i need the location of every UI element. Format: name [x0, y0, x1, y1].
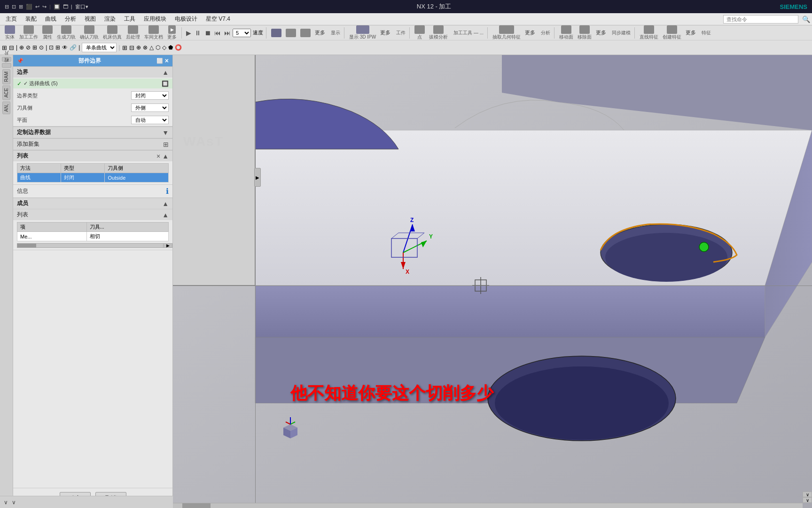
toolside-select[interactable]: 外侧内侧	[131, 103, 169, 112]
filter-icon-13[interactable]: ⊕	[136, 44, 141, 51]
tb-btn-simulpost[interactable]: 机床仿真	[101, 24, 124, 41]
filter-icon-19[interactable]: ⭕	[175, 44, 182, 51]
filter-icon-2[interactable]: ⊟	[9, 44, 14, 51]
menu-electrode[interactable]: 电极设计	[171, 14, 201, 24]
menu-starfield[interactable]: 星空 V7.4	[202, 14, 234, 24]
tb-btn-linefeat[interactable]: 直线特征	[638, 24, 660, 41]
viewport-area[interactable]: Z Y X WAsT 他不知道你要这个切削多少	[173, 55, 812, 508]
list-table-container: 方法 类型 刀具侧 曲线 封闭 Outside	[13, 161, 172, 184]
member-table-row-1[interactable]: Me... 相切	[17, 232, 169, 241]
anim-forward[interactable]: ⏭	[223, 28, 232, 38]
section-toggle-custom[interactable]: ▼	[162, 129, 169, 136]
filter-icon-14[interactable]: ⊗	[143, 44, 148, 51]
chevron-down-1[interactable]: ∨	[803, 497, 812, 503]
boundtype-select[interactable]: 封闭开放	[131, 91, 169, 100]
tb-btn-postprocess[interactable]: 后处理	[124, 24, 142, 41]
tb-btn-genblade[interactable]: 生成刀轨	[55, 24, 78, 41]
bottom-chevron-1[interactable]: ∨	[4, 499, 8, 506]
tb-btn-more-wp[interactable]: 更多	[378, 28, 392, 37]
tb-btn-more-left[interactable]: ▶ 更多	[165, 24, 179, 41]
chevron-down-2[interactable]: ∨	[803, 492, 812, 497]
tb-btn-more-sync[interactable]: 更多	[594, 28, 608, 37]
filter-select[interactable]: 单条曲线 多条曲线	[82, 43, 117, 52]
filter-icon-17[interactable]: ◇	[162, 44, 166, 51]
tb-btn-3dipw[interactable]: 显示 3D IPW	[347, 24, 378, 41]
info-icon[interactable]: ℹ	[166, 187, 169, 196]
anim-rewind[interactable]: ⏮	[213, 28, 222, 38]
menu-curve[interactable]: 曲线	[41, 14, 60, 24]
search-input[interactable]	[723, 15, 798, 24]
filter-icon-5[interactable]: ⊞	[32, 44, 37, 51]
tb-btn-3dobj[interactable]: 实体	[3, 24, 17, 41]
selection-text: ✓ 选择曲线 (5)	[23, 80, 160, 87]
section-toggle-boundary[interactable]: ▲	[162, 69, 169, 76]
filter-icon-11[interactable]: ⊞	[122, 44, 127, 51]
filter-icon-10[interactable]: 🔗	[70, 44, 77, 51]
menu-assembly[interactable]: 装配	[22, 14, 40, 24]
filter-icon-1[interactable]: ⊞	[2, 44, 7, 51]
filter-icon-3[interactable]: ⊕	[19, 44, 24, 51]
tb-btn-disp3[interactable]	[298, 28, 312, 38]
member-list-expand[interactable]: ▲	[162, 211, 169, 219]
list-close-btn[interactable]: ×	[156, 152, 160, 160]
title-icon-7[interactable]: 🔲	[54, 4, 60, 10]
sidebar-tab-gram[interactable]: RAM	[2, 69, 10, 84]
tb-btn-docs[interactable]: 车间文档	[142, 24, 165, 41]
tb-btn-removeface[interactable]: 移除面	[576, 24, 593, 41]
tb-btn-createfeat[interactable]: 创建特征	[661, 24, 683, 41]
menu-render[interactable]: 渲染	[101, 14, 119, 24]
speed-select[interactable]: 51210	[233, 29, 251, 37]
filter-icon-16[interactable]: ⬡	[156, 44, 160, 51]
dialog-close[interactable]: ×	[165, 57, 169, 64]
tb-btn-confirm[interactable]: 确认刀轨	[78, 24, 101, 41]
anim-pause[interactable]: ⏸	[193, 28, 203, 38]
tb-btn-disp2[interactable]	[284, 28, 298, 38]
anim-stop[interactable]: ⏹	[203, 28, 212, 38]
member-scrollbar: ▶	[17, 243, 169, 250]
filter-icon-9[interactable]: 👁	[62, 44, 68, 51]
plane-select[interactable]: 自动手动	[131, 116, 169, 124]
menu-tools[interactable]: 工具	[120, 14, 139, 24]
sidebar-tab-prog[interactable]: 程	[2, 63, 11, 68]
list-expand-btn[interactable]: ▲	[162, 152, 169, 160]
tb-btn-point[interactable]: 点	[413, 24, 427, 41]
section-toggle-member[interactable]: ▲	[162, 200, 169, 207]
scrollbar-thumb[interactable]	[182, 503, 211, 508]
tb-btn-extractgeo[interactable]: 抽取几何特征	[491, 24, 523, 41]
filter-icon-6[interactable]: ⊙	[39, 44, 44, 51]
section-header-boundary[interactable]: 边界 ▲	[13, 66, 172, 78]
filter-icon-7[interactable]: ⊡	[49, 44, 54, 51]
filter-icon-4[interactable]: ⊘	[26, 44, 31, 51]
menu-view[interactable]: 视图	[81, 14, 100, 24]
list-table-row-1[interactable]: 曲线 封闭 Outside	[17, 173, 169, 183]
tb-btn-machop[interactable]: 加工工作	[17, 24, 40, 41]
member-scroll-right[interactable]: ▶	[163, 243, 172, 248]
selection-action-icon[interactable]: 🔲	[162, 80, 169, 87]
filter-icon-15[interactable]: △	[149, 44, 154, 51]
section-header-custom[interactable]: 定制边界数据 ▼	[13, 127, 172, 138]
sidebar-tab-sheet[interactable]: 片	[2, 57, 11, 62]
title-icon-8[interactable]: 🗔	[63, 4, 68, 9]
menu-home[interactable]: 主页	[2, 14, 21, 24]
dialog-icon-pin[interactable]: 📌	[17, 58, 23, 64]
sidebar-tab-plan[interactable]: AN,	[2, 102, 10, 114]
anim-play[interactable]: ▶	[185, 28, 193, 38]
tb-btn-disp1[interactable]	[269, 28, 283, 38]
menu-analysis[interactable]: 分析	[61, 14, 80, 24]
tb-btn-disp-more[interactable]: 更多	[313, 28, 327, 37]
tb-btn-draftanalysis[interactable]: 拔模分析	[427, 24, 450, 41]
tb-btn-more-feature[interactable]: 更多	[684, 28, 698, 37]
tb-btn-more-extract[interactable]: 更多	[523, 28, 537, 37]
menu-modules[interactable]: 应用模块	[140, 14, 170, 24]
sidebar-tab-face[interactable]: ACE	[2, 86, 10, 100]
tb-btn-property[interactable]: 属性	[40, 24, 55, 41]
filter-icon-18[interactable]: ⬟	[168, 44, 173, 51]
filter-icon-12[interactable]: ⊟	[129, 44, 134, 51]
bottom-chevron-2[interactable]: ∨	[12, 499, 16, 506]
panel-expand-right[interactable]: ▶	[254, 168, 261, 187]
filter-icon-8[interactable]: ⊞	[55, 44, 60, 51]
tb-btn-moveface[interactable]: 移动面	[557, 24, 575, 41]
addnew-icon[interactable]: ⊞	[163, 141, 169, 148]
dialog-pin2[interactable]: ⬜	[156, 58, 163, 64]
search-icon[interactable]: 🔍	[802, 16, 810, 23]
